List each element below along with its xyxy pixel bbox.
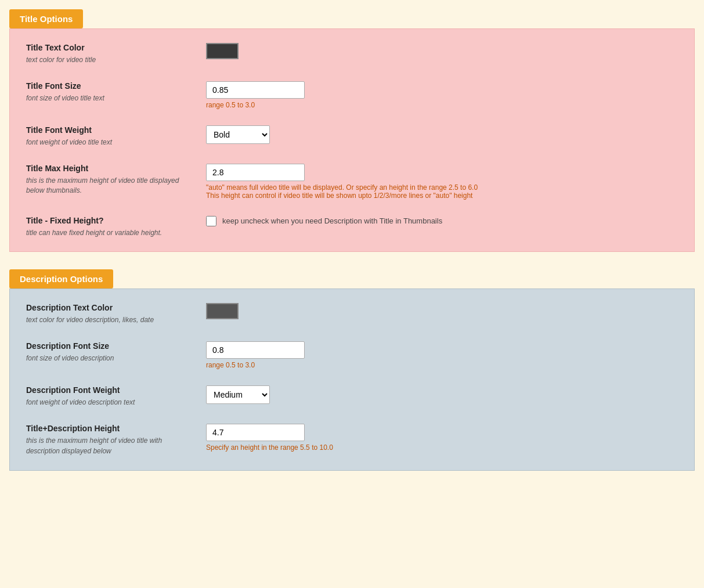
- title-max-height-title: Title Max Height: [26, 164, 194, 173]
- title-max-height-control: "auto" means full video title will be di…: [206, 164, 678, 200]
- title-desc-height-title: Title+Description Height: [26, 424, 194, 433]
- title-text-color-row: Title Text Color text color for video ti…: [26, 43, 678, 65]
- desc-text-color-control: [206, 303, 678, 321]
- title-max-height-label: Title Max Height this is the maximum hei…: [26, 164, 206, 196]
- desc-font-weight-label: Description Font Weight font weight of v…: [26, 385, 206, 407]
- title-options-header: Title Options: [9, 9, 83, 28]
- description-options-panel: Description Text Color text color for vi…: [9, 288, 695, 470]
- desc-font-size-input[interactable]: [206, 341, 305, 359]
- title-font-size-hint: range 0.5 to 3.0: [206, 101, 678, 109]
- title-font-weight-control: Normal Medium Bold Bolder: [206, 125, 678, 144]
- title-desc-height-label: Title+Description Height this is the max…: [26, 424, 206, 456]
- title-fixed-height-control: keep uncheck when you need Description w…: [206, 216, 678, 226]
- title-options-panel: Title Text Color text color for video ti…: [9, 28, 695, 252]
- desc-font-size-row: Description Font Size font size of video…: [26, 341, 678, 369]
- desc-font-size-hint: range 0.5 to 3.0: [206, 361, 678, 369]
- title-fixed-height-checkbox[interactable]: [206, 216, 216, 226]
- title-fixed-height-checkbox-row: keep uncheck when you need Description w…: [206, 216, 678, 226]
- title-font-weight-desc: font weight of video title text: [26, 138, 112, 146]
- title-desc-height-control: Specify an height in the range 5.5 to 10…: [206, 424, 678, 452]
- title-text-color-title: Title Text Color: [26, 43, 194, 52]
- title-font-weight-label: Title Font Weight font weight of video t…: [26, 125, 206, 147]
- desc-text-color-swatch[interactable]: [206, 303, 239, 319]
- description-options-section: Description Options Description Text Col…: [9, 269, 695, 470]
- desc-text-color-title: Description Text Color: [26, 303, 194, 312]
- desc-font-size-label: Description Font Size font size of video…: [26, 341, 206, 363]
- title-font-size-input[interactable]: [206, 81, 305, 99]
- title-max-height-input[interactable]: [206, 164, 305, 181]
- title-fixed-height-desc: title can have fixed height or variable …: [26, 229, 162, 237]
- desc-font-weight-desc: font weight of video description text: [26, 398, 135, 406]
- title-max-height-hint: "auto" means full video title will be di…: [206, 183, 678, 200]
- title-desc-height-row: Title+Description Height this is the max…: [26, 424, 678, 456]
- title-text-color-swatch[interactable]: [206, 43, 239, 59]
- title-desc-height-hint: Specify an height in the range 5.5 to 10…: [206, 443, 678, 452]
- desc-font-weight-row: Description Font Weight font weight of v…: [26, 385, 678, 407]
- desc-text-color-row: Description Text Color text color for vi…: [26, 303, 678, 325]
- desc-font-weight-select[interactable]: Normal Medium Bold Bolder: [206, 385, 270, 404]
- desc-font-weight-control: Normal Medium Bold Bolder: [206, 385, 678, 404]
- title-options-section: Title Options Title Text Color text colo…: [9, 9, 695, 252]
- desc-font-size-title: Description Font Size: [26, 341, 194, 351]
- title-text-color-control: [206, 43, 678, 61]
- title-font-size-title: Title Font Size: [26, 81, 194, 91]
- title-text-color-desc: text color for video title: [26, 56, 96, 64]
- desc-font-size-control: range 0.5 to 3.0: [206, 341, 678, 369]
- title-fixed-height-checkbox-label: keep uncheck when you need Description w…: [222, 217, 442, 225]
- title-text-color-label: Title Text Color text color for video ti…: [26, 43, 206, 65]
- title-font-size-desc: font size of video title text: [26, 94, 104, 102]
- title-desc-height-desc: this is the maximum height of video titl…: [26, 437, 162, 455]
- title-font-weight-select[interactable]: Normal Medium Bold Bolder: [206, 125, 270, 144]
- title-font-size-label: Title Font Size font size of video title…: [26, 81, 206, 103]
- title-font-size-row: Title Font Size font size of video title…: [26, 81, 678, 109]
- desc-text-color-desc: text color for video description, likes,…: [26, 316, 154, 324]
- desc-font-weight-title: Description Font Weight: [26, 385, 194, 395]
- title-font-weight-title: Title Font Weight: [26, 125, 194, 135]
- desc-text-color-label: Description Text Color text color for vi…: [26, 303, 206, 325]
- desc-font-size-desc: font size of video description: [26, 354, 114, 362]
- title-fixed-height-title: Title - Fixed Height?: [26, 216, 194, 225]
- description-options-header: Description Options: [9, 269, 113, 288]
- title-max-height-row: Title Max Height this is the maximum hei…: [26, 164, 678, 200]
- title-desc-height-input[interactable]: [206, 424, 305, 441]
- title-font-weight-row: Title Font Weight font weight of video t…: [26, 125, 678, 147]
- title-font-size-control: range 0.5 to 3.0: [206, 81, 678, 109]
- title-max-height-desc: this is the maximum height of video titl…: [26, 176, 179, 195]
- title-fixed-height-label: Title - Fixed Height? title can have fix…: [26, 216, 206, 238]
- title-fixed-height-row: Title - Fixed Height? title can have fix…: [26, 216, 678, 238]
